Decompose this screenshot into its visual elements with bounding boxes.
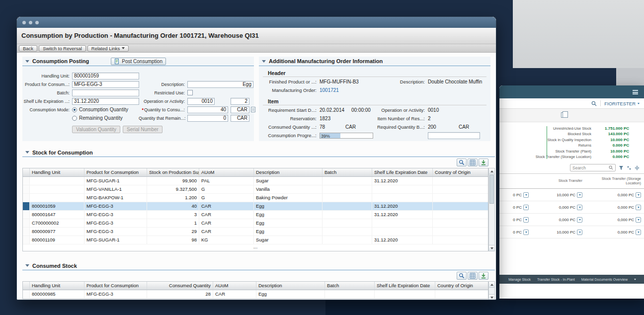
window-control-dot[interactable] [35, 21, 39, 24]
column-header[interactable]: Description [254, 168, 322, 176]
row-selector[interactable] [23, 290, 30, 298]
operation-input[interactable]: 0010 [187, 98, 215, 105]
row-selector[interactable] [23, 228, 30, 236]
valuation-quantity-button[interactable]: Valuation Quantity [72, 126, 120, 133]
collapse-icon[interactable] [25, 264, 29, 267]
download-icon[interactable] [523, 217, 529, 223]
stock-transfer-row[interactable]: 0 PC10,000 PC0,000 PC [499, 226, 644, 238]
filter-icon[interactable] [619, 165, 624, 170]
collapse-icon[interactable] [25, 60, 29, 63]
download-icon[interactable] [577, 230, 582, 235]
table-row[interactable]: 800001109MFG-SUGAR-198KGSugar31.12.2020 [23, 236, 488, 244]
switch-to-reversal-button[interactable]: Switch to Reversal [39, 45, 86, 52]
column-header[interactable]: AUoM [213, 282, 256, 290]
row-selector[interactable] [23, 177, 30, 185]
back-button[interactable]: Back [19, 45, 37, 52]
column-header[interactable]: Batch [325, 282, 375, 290]
search-icon[interactable] [591, 101, 597, 106]
footer-link[interactable]: Transfer Stock - In-Plant [537, 278, 575, 281]
select-all-cell[interactable] [23, 282, 30, 290]
table-row[interactable]: MFG-BAKPOW-11.200GBaking Powder [23, 194, 488, 202]
column-header[interactable]: Description [256, 282, 325, 290]
manufacturing-order-link[interactable]: 1001721 [320, 87, 373, 93]
row-selector[interactable] [23, 211, 30, 219]
quantity-remaining-input[interactable]: 0 [187, 115, 228, 122]
scroll-thumb[interactable] [489, 175, 494, 204]
scroll-up-icon[interactable] [489, 282, 494, 288]
user-menu[interactable]: FIORITESTER [604, 101, 640, 106]
table-row[interactable]: 800000977MFG-EGG-329CAREgg [23, 228, 488, 236]
column-header[interactable]: Handling Unit [30, 168, 84, 176]
collapse-icon[interactable] [262, 60, 266, 63]
find-button[interactable] [457, 272, 467, 280]
column-header[interactable]: Product for Consumption [84, 282, 147, 290]
restricted-use-checkbox[interactable] [187, 90, 193, 95]
download-icon[interactable] [523, 230, 529, 235]
related-links-button[interactable]: Related Links [87, 45, 129, 52]
vertical-scrollbar[interactable] [488, 168, 495, 251]
column-header[interactable] [499, 174, 532, 188]
footer-link[interactable]: Manage Stock [508, 278, 531, 281]
row-selector[interactable] [23, 194, 30, 202]
remaining-uom-input[interactable]: CAR [231, 115, 249, 122]
column-header[interactable]: Product for Consumption [84, 168, 147, 176]
column-header[interactable]: Consumed Quantity [147, 282, 213, 290]
quantity-uom-input[interactable]: CAR [231, 106, 249, 113]
download-icon[interactable] [636, 230, 641, 235]
download-icon[interactable] [636, 217, 641, 223]
export-button[interactable] [468, 272, 478, 280]
scroll-down-icon[interactable] [489, 294, 494, 300]
collapse-icon[interactable] [25, 151, 29, 154]
column-header[interactable]: Country of Origin [433, 168, 489, 176]
handling-unit-input[interactable]: 800001059 [72, 73, 139, 79]
scroll-up-icon[interactable] [489, 168, 494, 174]
consumption-quantity-radio[interactable] [72, 107, 77, 112]
stock-transfer-row[interactable]: 0 PC0,000 PC0,000 PC [499, 214, 644, 226]
table-row[interactable]: 800001647MFG-EGG-33CAREgg31.12.2020 [23, 211, 488, 219]
remaining-quantity-radio[interactable] [72, 116, 77, 121]
more-rows-indicator[interactable]: ... [23, 244, 488, 251]
row-selector[interactable] [23, 202, 30, 210]
shelf-life-input[interactable]: 31.12.2020 [72, 98, 139, 105]
column-header[interactable]: Handling Unit [30, 282, 84, 290]
column-header[interactable]: AUoM [199, 168, 254, 176]
window-control-dot[interactable] [29, 21, 32, 24]
download-icon[interactable] [523, 192, 529, 198]
column-header[interactable]: Stock on Production Supply... [147, 168, 199, 176]
download-icon[interactable] [577, 192, 582, 198]
chevron-down-icon[interactable] [634, 279, 636, 280]
download-icon[interactable] [577, 205, 582, 210]
download-icon[interactable] [523, 205, 529, 210]
stock-transfer-row[interactable]: 0 PC10,000 PC0,000 PC [499, 189, 644, 201]
description-input[interactable]: Egg [187, 81, 253, 88]
post-consumption-button[interactable]: Post Consumption [111, 58, 166, 65]
serial-number-button[interactable]: Serial Number [123, 126, 162, 133]
select-all-cell[interactable] [23, 168, 30, 176]
scroll-down-icon[interactable] [489, 245, 494, 251]
table-row[interactable]: MFG-VANILLA-19.327,500GVanilla [23, 185, 488, 194]
batch-input[interactable] [72, 89, 139, 96]
window-control-dot[interactable] [22, 21, 26, 24]
column-header[interactable]: Stock Transfer (Storage Location) [585, 174, 644, 188]
vertical-scrollbar[interactable] [488, 281, 495, 300]
export-button[interactable] [468, 158, 478, 166]
product-input[interactable]: MFG-EGG-3 [72, 81, 139, 88]
footer-link[interactable]: Material Documents Overview [581, 278, 628, 281]
column-header[interactable]: Country of Origin [435, 282, 489, 290]
find-button[interactable] [457, 158, 467, 166]
table-row[interactable]: 800001059MFG-EGG-340CAREgg31.12.2020 [23, 202, 488, 211]
download-icon[interactable] [636, 205, 641, 210]
paper-icon[interactable] [251, 107, 255, 112]
sort-icon[interactable] [627, 165, 632, 170]
row-selector[interactable] [23, 185, 30, 193]
row-selector[interactable] [23, 219, 30, 227]
spare-field-input[interactable] [428, 132, 480, 139]
search-input[interactable]: Search [570, 164, 616, 171]
table-row[interactable]: C700000002MFG-EGG-31CAREgg [23, 219, 488, 228]
menu-icon[interactable] [633, 90, 638, 94]
download-icon[interactable] [577, 217, 582, 223]
download-button[interactable] [479, 272, 488, 280]
column-header[interactable]: Stock Transfer [532, 174, 585, 188]
column-header[interactable]: Shelf Life Expiration Date [372, 168, 433, 176]
column-header[interactable]: Shelf Life Expiration Date [375, 282, 435, 290]
